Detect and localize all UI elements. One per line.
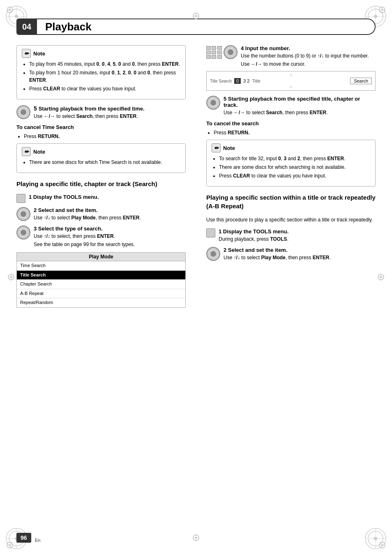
step-4-title: Input the number. — [245, 45, 290, 51]
step-1-content: 1 Display the TOOLS menu. — [29, 194, 99, 200]
step-2r2-content: 2 Select and set the item. Use ↑/↓ to se… — [224, 247, 331, 261]
cancel-search-list: Press RETURN. — [206, 129, 376, 136]
step-5r-num: 5 — [224, 96, 228, 102]
numpad-cell — [206, 51, 211, 54]
section-2-desc: Use this procedure to play a specific se… — [206, 216, 376, 223]
step-3-num: 3 — [34, 226, 38, 232]
note-icon-2: ✏ — [22, 147, 31, 156]
ts-value: 0 — [234, 78, 241, 84]
step-4-desc2: Use ←/→ to move the cursor. — [241, 60, 369, 68]
ts-search-btn: Search — [350, 78, 372, 84]
step-3-note: See the table on page 99 for the search … — [34, 241, 135, 248]
play-mode-row-1: Title Search — [17, 271, 185, 280]
numpad-cell — [206, 55, 211, 59]
numpad-cell — [217, 46, 222, 50]
step-2r2-title: Select and set the item. — [228, 247, 288, 253]
section-1-heading: Playing a specific title, chapter or tra… — [16, 180, 186, 188]
step-4-content: 4 Input the number. Use the number butto… — [241, 45, 369, 68]
cancel-time-search-heading: To cancel Time Search — [16, 124, 186, 130]
note-list-right: To search for title 32, input 0, 3 and 2… — [212, 155, 370, 180]
numpad-cell — [212, 51, 216, 54]
note-item-r3: Press CLEAR to clear the values you have… — [219, 172, 370, 180]
note-item-1-2: To play from 1 hour 20 minutes, input 0,… — [29, 69, 180, 84]
step-5r-content: 5 Starting playback from the specified t… — [224, 96, 376, 116]
top-center-mark — [192, 12, 200, 21]
note-header-1: ✏ Note — [22, 49, 180, 58]
square-btn-icon-r1 — [206, 228, 215, 237]
step-1r2-content: 1 Display the TOOLS menu. During playbac… — [219, 228, 288, 243]
step-1-right2: 1 Display the TOOLS menu. During playbac… — [206, 228, 376, 243]
play-mode-row-0: Time Search — [17, 261, 185, 271]
right-column: 4 Input the number. Use the number butto… — [202, 45, 376, 530]
step-5l-number: 5 — [34, 105, 39, 112]
ts-up-arrow: ↑ — [210, 73, 372, 78]
cancel-search-item: Press RETURN. — [214, 129, 376, 136]
step-2r2-desc: Use ↑/↓ to select Play Mode, then press … — [224, 254, 331, 261]
svg-point-6 — [9, 9, 11, 11]
numpad-cell — [217, 51, 222, 54]
title-search-display: ↑ Title Search 0 3 2 Title Search ↓ — [206, 71, 376, 91]
note-label-1: Note — [33, 51, 45, 57]
note-list-1: To play from 45 minutes, input 0, 0, 4, … — [22, 60, 180, 92]
ts-label: Title Search — [210, 79, 232, 83]
play-mode-row-4: Repeat/Random — [17, 298, 185, 307]
step-1-num: 1 — [29, 194, 33, 200]
numpad-cell — [206, 46, 211, 50]
note-label-right: Note — [223, 145, 235, 151]
nav-icon-2l — [16, 207, 30, 221]
step-5r-title: Starting playback from the specified tit… — [224, 96, 360, 108]
note-header-right: ✏ Note — [212, 143, 370, 152]
step-5-left-content: 5 Starting playback from the specified t… — [34, 105, 145, 120]
nav-icon-2r2 — [206, 247, 220, 261]
play-mode-row-3: A-B Repeat — [17, 289, 185, 299]
step-2-desc: Use ↑/↓ to select Play Mode, then press … — [34, 214, 141, 221]
main-content: ✏ Note To play from 45 minutes, input 0,… — [16, 45, 376, 530]
note-icon-right: ✏ — [212, 143, 221, 152]
svg-point-13 — [381, 9, 383, 11]
note-item-r1: To search for title 32, input 0, 3 and 2… — [219, 155, 370, 162]
cancel-search-heading: To cancel the search — [206, 120, 376, 127]
nav-icon-4r — [224, 45, 238, 59]
chapter-title-bar: Playback — [37, 18, 376, 35]
step-2-left: 2 Select and set the item. Use ↑/↓ to se… — [16, 207, 186, 221]
step-3-content: 3 Select the type of search. Use ↑/↓ to … — [34, 226, 135, 248]
square-btn-icon-1 — [16, 194, 25, 203]
numpad-cell — [212, 46, 216, 50]
play-mode-row-2: Chapter Search — [17, 280, 185, 289]
step-4-desc1: Use the number buttons (0 to 9) or ↑/↓ t… — [241, 52, 369, 60]
note-box-1: ✏ Note To play from 45 minutes, input 0,… — [16, 45, 186, 99]
step-3-desc: Use ↑/↓ to select, then press ENTER. — [34, 233, 135, 240]
page-lang: En — [35, 538, 40, 543]
nav-icon-inner-2l — [21, 211, 26, 217]
step-1-left: 1 Display the TOOLS menu. — [16, 194, 186, 203]
side-mark-right — [377, 273, 385, 282]
note-item-2-1: There are some discs for which Time Sear… — [29, 159, 180, 166]
step-5r-desc: Use ←/→ to select Search, then press ENT… — [224, 109, 376, 116]
step-5l-desc: Use ←/→ to select Search, then press ENT… — [34, 113, 145, 120]
svg-point-25 — [374, 537, 377, 540]
ts-extra: 3 2 — [243, 78, 249, 83]
note-item-r2: There are some discs for which searching… — [219, 164, 370, 171]
note-list-2: There are some discs for which Time Sear… — [22, 159, 180, 166]
note-item-1-1: To play from 45 minutes, input 0, 0, 4, … — [29, 60, 180, 68]
svg-point-27 — [381, 544, 383, 546]
chapter-title: Playback — [45, 21, 92, 33]
step-1r2-desc: During playback, press TOOLS. — [219, 235, 288, 243]
nav-icon-inner-2r2 — [210, 251, 216, 257]
step-3-title: Select the type of search. — [38, 226, 103, 232]
step-2-content: 2 Select and set the item. Use ↑/↓ to se… — [34, 207, 141, 221]
step-1-title: Display the TOOLS menu. — [33, 194, 99, 200]
chapter-number: 04 — [16, 18, 37, 35]
step-3-left: 3 Select the type of search. Use ↑/↓ to … — [16, 226, 186, 248]
left-column: ✏ Note To play from 45 minutes, input 0,… — [16, 45, 190, 530]
nav-icon-inner-5r — [210, 100, 216, 106]
step-5-left: 5 Starting playback from the specified t… — [16, 105, 186, 120]
step-4-icons — [206, 45, 238, 59]
numpad-cell — [212, 55, 216, 59]
nav-icon-inner-3l — [21, 230, 26, 235]
nav-icon-5r — [206, 96, 220, 110]
play-mode-table-header: Play Mode — [17, 253, 185, 261]
nav-icon-inner-4r — [228, 49, 233, 55]
step-2-num: 2 — [34, 207, 38, 213]
step-2-title: Select and set the item. — [38, 207, 98, 213]
